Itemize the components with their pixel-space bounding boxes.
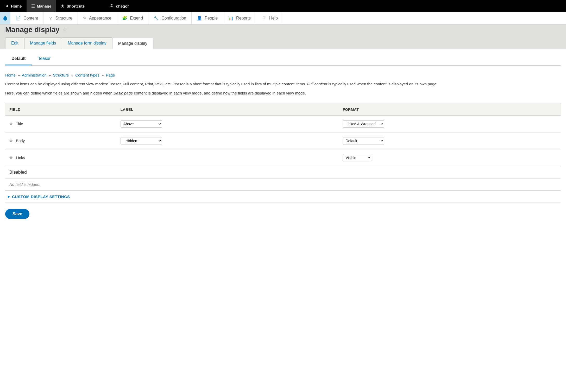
toolbar-shortcuts-label: Shortcuts [66,4,85,8]
file-icon: 📄 [16,16,21,21]
sitemap-icon: 🜉 [49,16,53,21]
tab-manage-fields[interactable]: Manage fields [24,37,62,49]
help-icon: ❔ [261,16,267,21]
breadcrumb-sep: » [18,73,20,77]
col-format: FORMAT [338,104,561,115]
content-region: Default Teaser Home » Administration » S… [0,49,566,229]
back-icon: ◄ [5,4,9,8]
table-row: ✥Body - Hidden - Default [5,132,561,149]
breadcrumb-home[interactable]: Home [5,73,16,77]
label-select-body[interactable]: - Hidden - [121,137,162,144]
menu-reports-label: Reports [236,16,251,21]
breadcrumb-admin[interactable]: Administration [22,73,47,77]
breadcrumb-sep: » [102,73,104,77]
toolbar-manage-label: Manage [37,4,52,8]
menu-appearance-label: Appearance [89,16,111,21]
tab-manage-form-display[interactable]: Manage form display [62,37,112,49]
menu-help-label: Help [269,16,278,21]
breadcrumb-sep: » [71,73,73,77]
subtab-teaser[interactable]: Teaser [32,54,57,65]
menu-people-label: People [205,16,218,21]
col-label: LABEL [116,104,339,115]
table-row: ✥Title Above Linked & Wrapped [5,115,561,132]
shortcut-star-icon[interactable]: ☆ [62,26,67,33]
menu-icon: ☰ [31,4,35,9]
puzzle-icon: 🧩 [122,16,127,21]
disabled-section-row: Disabled [5,166,561,178]
custom-display-settings-summary[interactable]: CUSTOM DISPLAY SETTINGS [8,194,558,199]
menu-configuration-label: Configuration [161,16,186,21]
no-hidden-text: No field is hidden. [5,178,561,190]
field-name: Title [16,122,23,126]
toolbar-home[interactable]: ◄ Home [0,0,27,12]
custom-display-settings[interactable]: CUSTOM DISPLAY SETTINGS [5,191,561,203]
breadcrumb-page[interactable]: Page [106,73,115,77]
table-row: ✥Links Visible [5,149,561,166]
menu-content[interactable]: 📄Content [10,12,43,24]
field-name: Body [16,138,25,143]
drupal-logo-icon[interactable] [0,12,10,24]
display-mode-tabs: Default Teaser [5,54,561,66]
drag-handle-icon[interactable]: ✥ [9,122,13,126]
breadcrumb-content-types[interactable]: Content types [75,73,99,77]
no-hidden-row: No field is hidden. [5,178,561,190]
toolbar-user-label: chegor [116,4,129,8]
primary-tabs: Edit Manage fields Manage form display M… [5,37,561,49]
page-header: Manage display ☆ Edit Manage fields Mana… [0,24,566,49]
format-select-links[interactable]: Visible [343,154,371,161]
tab-edit[interactable]: Edit [5,37,24,49]
col-field: FIELD [5,104,116,115]
menu-extend-label: Extend [130,16,143,21]
toolbar-manage[interactable]: ☰ Manage [27,0,56,12]
menu-structure[interactable]: 🜉Structure [43,12,78,24]
drag-handle-icon[interactable]: ✥ [9,138,13,143]
breadcrumb-structure[interactable]: Structure [53,73,69,77]
admin-toolbar: ◄ Home ☰ Manage ★ Shortcuts chegor [0,0,566,12]
help-paragraph-2: Here, you can define which fields are sh… [5,90,561,96]
help-paragraph-1: Content items can be displayed using dif… [5,81,561,87]
menu-structure-label: Structure [55,16,72,21]
user-icon [110,3,114,9]
page-title: Manage display [5,26,60,34]
menu-extend[interactable]: 🧩Extend [117,12,148,24]
breadcrumb-sep: » [49,73,51,77]
breadcrumb: Home » Administration » Structure » Cont… [5,73,561,77]
format-select-body[interactable]: Default [343,137,384,144]
admin-menu: 📄Content 🜉Structure ✎Appearance 🧩Extend … [0,12,566,24]
toolbar-user[interactable]: chegor [105,0,134,12]
tab-manage-display[interactable]: Manage display [112,38,153,49]
field-display-table: FIELD LABEL FORMAT ✥Title Above Linked &… [5,104,561,191]
brush-icon: ✎ [83,16,86,21]
menu-people[interactable]: 👤People [192,12,223,24]
wrench-icon: 🔧 [154,16,159,21]
menu-configuration[interactable]: 🔧Configuration [148,12,192,24]
menu-content-label: Content [23,16,38,21]
save-button[interactable]: Save [5,209,29,219]
drag-handle-icon[interactable]: ✥ [9,155,13,160]
format-select-title[interactable]: Linked & Wrapped [343,120,384,128]
subtab-default[interactable]: Default [5,54,32,65]
menu-reports[interactable]: 📊Reports [223,12,256,24]
toolbar-shortcuts[interactable]: ★ Shortcuts [56,0,89,12]
people-icon: 👤 [197,16,202,21]
svg-point-0 [111,4,112,5]
menu-help[interactable]: ❔Help [256,12,283,24]
field-name: Links [16,155,25,160]
toolbar-home-label: Home [11,4,22,8]
chart-icon: 📊 [228,16,234,21]
star-icon: ★ [61,4,64,9]
menu-appearance[interactable]: ✎Appearance [78,12,117,24]
disabled-heading: Disabled [5,166,561,178]
label-select-title[interactable]: Above [121,120,162,128]
